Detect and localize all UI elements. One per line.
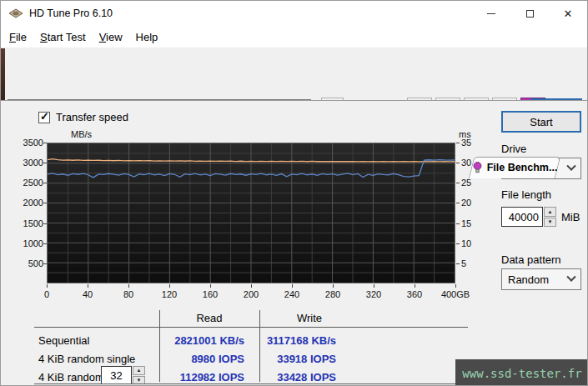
sequential-read-value: 2821001 KB/s [159, 334, 244, 347]
y-left-tick: 2000 [13, 198, 43, 208]
y-left-tickmark [43, 143, 47, 143]
x-tickmark [169, 284, 170, 288]
chevron-down-icon [566, 162, 575, 171]
x-tickmark [251, 284, 252, 288]
row-label-sequential: Sequential [38, 334, 89, 347]
x-tickmark [128, 284, 129, 288]
close-button[interactable]: ✕ [549, 1, 587, 26]
y-left-tickmark [43, 263, 47, 264]
y-left-tickmark [43, 203, 47, 203]
y-right-tickmark [456, 263, 460, 264]
x-tickmark [47, 284, 48, 288]
menu-view[interactable]: View [93, 28, 129, 47]
app-disk-icon [8, 8, 23, 18]
random-multi-write-value: 33428 IOPS [261, 371, 336, 383]
random-multi-read-value: 112982 IOPS [159, 371, 244, 383]
transfer-speed-label: Transfer speed [56, 111, 128, 123]
x-tick: 400GB [437, 289, 474, 299]
menu-file[interactable]: File [3, 28, 33, 47]
table-divider-2 [259, 310, 260, 382]
drive-label: Drive [501, 143, 526, 155]
y-left-tickmark [43, 243, 47, 244]
x-tickmark [374, 284, 374, 288]
x-tick: 360 [396, 289, 433, 299]
y-left-tick: 3000 [13, 158, 43, 168]
close-icon: ✕ [564, 8, 573, 19]
menu-bar: File Start Test View Help [1, 26, 587, 48]
column-header-read: Read [159, 312, 259, 324]
spin-up-button[interactable]: ▲ [544, 207, 556, 217]
toolbar: TEAM TM8FGM002T 82°F [1, 48, 587, 79]
x-tick: 240 [274, 289, 310, 299]
minimize-icon [487, 13, 495, 14]
y-axis-left-title: MB/s [71, 129, 92, 139]
y-left-tickmark [43, 183, 47, 183]
queue-depth-input[interactable]: 32 [101, 366, 132, 384]
file-length-spinner: ▲ ▼ [544, 207, 556, 227]
x-tick: 320 [355, 289, 392, 299]
hd-tune-window: HD Tune Pro 6.10 ✕ File Start Test View … [0, 0, 588, 386]
table-rule-bottom [34, 383, 468, 384]
x-tickmark [210, 284, 211, 288]
x-tickmark [292, 284, 293, 288]
queue-depth-spinner: ▲ ▼ [133, 366, 145, 384]
maximize-button[interactable] [510, 1, 549, 26]
title-bar: HD Tune Pro 6.10 ✕ [1, 1, 587, 26]
file-benchmark-bulb-icon [472, 162, 483, 173]
y-left-tick: 500 [13, 258, 43, 268]
x-tick: 40 [69, 289, 106, 299]
y-right-tickmark [456, 203, 460, 203]
y-right-tick: 5 [461, 258, 466, 268]
y-right-tickmark [456, 143, 460, 143]
y-right-tick: 25 [461, 178, 471, 188]
y-right-tick: 10 [461, 238, 471, 248]
y-left-tick: 1500 [13, 218, 43, 228]
y-right-tickmark [456, 223, 460, 224]
chevron-down-icon [566, 273, 575, 282]
spin-down-button[interactable]: ▼ [544, 218, 556, 228]
x-tick: 160 [192, 289, 229, 299]
column-header-write: Write [259, 312, 359, 324]
x-tick: 0 [28, 289, 65, 299]
random-single-read-value: 8980 IOPS [159, 353, 244, 365]
x-tick: 80 [110, 289, 147, 299]
menu-start-test[interactable]: Start Test [33, 28, 93, 47]
y-left-tick: 2500 [13, 178, 43, 188]
y-right-tick: 15 [461, 218, 471, 228]
y-right-tickmark [456, 163, 460, 163]
menu-help[interactable]: Help [129, 28, 165, 47]
y-right-tickmark [456, 243, 460, 244]
x-tick: 280 [314, 289, 351, 299]
transfer-speed-option: ✓ Transfer speed [38, 111, 128, 123]
x-tickmark [415, 284, 415, 288]
checkmark-icon: ✓ [40, 110, 49, 123]
x-tickmark [88, 284, 88, 288]
tab-file-benchmark[interactable]: File Benchm... [471, 157, 558, 178]
y-right-tick: 30 [461, 158, 471, 168]
file-length-label: File length [501, 188, 551, 201]
random-single-write-value: 33918 IOPS [261, 353, 336, 365]
x-tickmark [455, 284, 456, 288]
y-left-tickmark [43, 163, 47, 163]
table-rule-top [34, 327, 468, 328]
data-pattern-combo[interactable]: Random [501, 268, 581, 290]
y-left-tickmark [43, 223, 47, 224]
y-right-tick: 20 [461, 198, 471, 208]
y-left-tick: 1000 [13, 238, 43, 248]
sequential-write-value: 3117168 KB/s [261, 334, 336, 347]
tab-strip: ◁ Benchmark Info [1, 78, 587, 100]
start-button[interactable]: Start [501, 111, 581, 133]
y-left-tick: 3500 [13, 138, 43, 148]
file-benchmark-page: ✓ Transfer speed MB/s ms 350030002500200… [1, 100, 587, 385]
spin-up-button[interactable]: ▲ [133, 366, 145, 375]
maximize-icon [526, 10, 534, 18]
file-length-input[interactable]: 40000 [501, 207, 543, 227]
transfer-speed-checkbox[interactable]: ✓ [38, 112, 50, 123]
minimize-button[interactable] [472, 1, 510, 26]
y-right-tick: 35 [461, 138, 471, 148]
transfer-speed-chart [47, 143, 455, 283]
data-pattern-label: Data pattern [501, 253, 561, 266]
x-tick: 200 [233, 289, 269, 299]
row-label-random-single: 4 KiB random single [38, 353, 135, 365]
window-title: HD Tune Pro 6.10 [29, 8, 113, 19]
